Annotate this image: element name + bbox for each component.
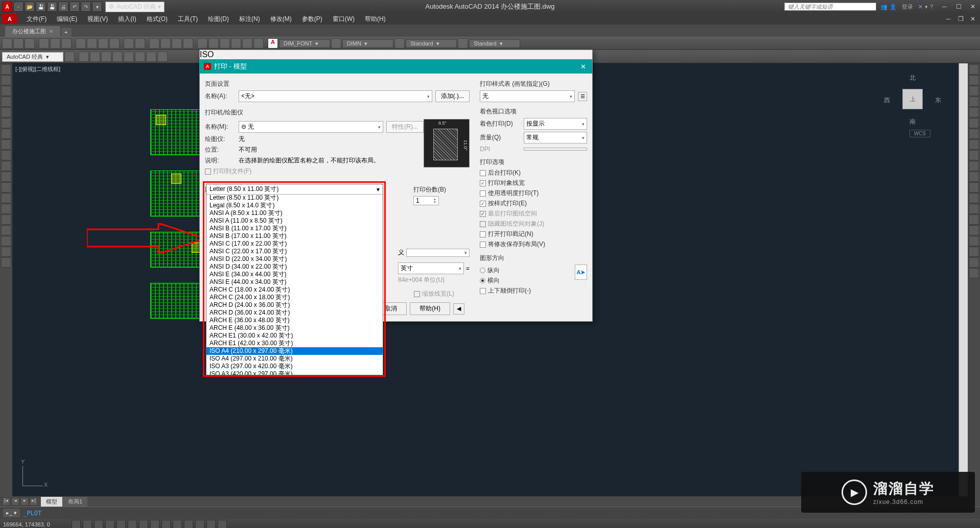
paper-size-option[interactable]: ISO A4 (297.00 x 210.00 毫米) bbox=[206, 355, 383, 363]
paper-size-option[interactable]: ISO A3 (420.00 x 297.00 毫米) bbox=[206, 370, 383, 375]
menu-item[interactable]: 参数(P) bbox=[297, 14, 328, 25]
layer-more-icon[interactable] bbox=[135, 52, 145, 62]
tb-save-icon[interactable] bbox=[25, 38, 35, 49]
paper-size-option[interactable]: ARCH E1 (30.00 x 42.00 英寸) bbox=[206, 332, 383, 340]
tb-paste-icon[interactable] bbox=[98, 38, 108, 49]
portrait-radio[interactable] bbox=[480, 268, 485, 273]
copies-spinner[interactable]: 1 ▲▼ bbox=[413, 196, 439, 205]
paper-size-option[interactable]: ANSI D (22.00 x 34.00 英寸) bbox=[206, 255, 383, 263]
app-icon[interactable]: A bbox=[2, 14, 17, 24]
tb-calc-icon[interactable] bbox=[253, 38, 264, 49]
snap-icon[interactable] bbox=[72, 520, 81, 528]
close-button[interactable]: ✕ bbox=[968, 3, 978, 11]
gradient-icon[interactable] bbox=[1, 225, 11, 235]
layer-props-icon[interactable] bbox=[79, 52, 89, 62]
layer-more3-icon[interactable] bbox=[157, 52, 168, 62]
lwt-icon[interactable] bbox=[173, 520, 182, 528]
viewport-label[interactable]: [-][俯视][二维线框] bbox=[15, 65, 60, 73]
undo-icon[interactable]: ↶ bbox=[69, 2, 80, 12]
arc-icon[interactable] bbox=[1, 97, 11, 107]
table-icon[interactable] bbox=[1, 193, 11, 203]
tab-last-icon[interactable]: ▸| bbox=[30, 497, 38, 506]
upside-down-checkbox[interactable] bbox=[480, 288, 486, 294]
paper-size-option[interactable]: ANSI B (17.00 x 11.00 英寸) bbox=[206, 232, 383, 240]
menu-item[interactable]: 绘图(D) bbox=[203, 14, 234, 25]
printer-combo[interactable]: ⊖ 无▾ bbox=[239, 121, 383, 133]
tb-redo-icon[interactable] bbox=[135, 38, 145, 49]
layer-lock-icon[interactable] bbox=[112, 52, 123, 62]
tb-tool-palette-icon[interactable] bbox=[220, 38, 230, 49]
mirror-icon[interactable] bbox=[969, 129, 979, 139]
redo-icon[interactable]: ↷ bbox=[81, 2, 91, 12]
menu-item[interactable]: 窗口(W) bbox=[328, 14, 360, 25]
landscape-radio[interactable] bbox=[480, 278, 485, 283]
paper-size-option[interactable]: ARCH D (36.00 x 24.00 英寸) bbox=[206, 309, 383, 317]
tb-open-icon[interactable] bbox=[13, 38, 24, 49]
hatch-icon[interactable] bbox=[1, 139, 11, 150]
cube-north[interactable]: 北 bbox=[909, 74, 916, 82]
circle-icon[interactable] bbox=[1, 86, 11, 96]
rect-icon[interactable] bbox=[1, 107, 11, 117]
tab-layout1[interactable]: 布局1 bbox=[63, 497, 87, 507]
spline-icon[interactable] bbox=[1, 150, 11, 160]
tab-model[interactable]: 模型 bbox=[41, 497, 62, 507]
zoom-tool-icon[interactable] bbox=[969, 86, 979, 96]
paper-size-option[interactable]: Letter (8.50 x 11.00 英寸) bbox=[206, 194, 383, 202]
boundary-icon[interactable] bbox=[1, 236, 11, 246]
orbit-icon[interactable] bbox=[969, 97, 979, 107]
menu-item[interactable]: 修改(M) bbox=[265, 14, 297, 25]
cube-east[interactable]: 东 bbox=[935, 96, 941, 105]
offset-icon[interactable] bbox=[969, 139, 979, 150]
tb-tablestyle-icon[interactable] bbox=[394, 38, 405, 49]
ellipse-icon[interactable] bbox=[1, 129, 11, 139]
dimstyle-combo[interactable]: DIMN▾ bbox=[342, 39, 393, 48]
menu-item[interactable]: 插入(I) bbox=[113, 14, 141, 25]
infocenter-icon[interactable]: 👥 bbox=[880, 4, 888, 10]
tb-match-icon[interactable] bbox=[109, 38, 120, 49]
dyn-icon[interactable] bbox=[161, 520, 171, 528]
mtext-icon[interactable] bbox=[1, 214, 11, 225]
erase-icon[interactable] bbox=[969, 107, 979, 117]
layer-freeze-icon[interactable] bbox=[101, 52, 111, 62]
region-icon[interactable] bbox=[1, 182, 11, 193]
cube-south[interactable]: 南 bbox=[909, 117, 916, 126]
plot-icon[interactable]: 🖨 bbox=[58, 2, 68, 12]
plot-styles-checkbox[interactable] bbox=[480, 201, 486, 207]
maximize-button[interactable]: ☐ bbox=[953, 3, 964, 11]
tb-dimstyle-icon[interactable] bbox=[331, 38, 341, 49]
help-button[interactable]: 帮助(H) bbox=[410, 302, 450, 315]
layer-on-icon[interactable] bbox=[90, 52, 100, 62]
tb-props-icon[interactable] bbox=[197, 38, 207, 49]
saveas-icon[interactable]: 💾 bbox=[47, 2, 57, 12]
units-combo[interactable]: 英寸▾ bbox=[398, 262, 464, 274]
sc-icon[interactable] bbox=[206, 520, 216, 528]
paper-size-combo-header[interactable]: Letter (8.50 x 11.00 英寸) ▾ bbox=[206, 184, 383, 195]
tb-zoomprev-icon[interactable] bbox=[183, 38, 193, 49]
open-icon[interactable]: 📂 bbox=[25, 2, 35, 12]
fillet-icon[interactable] bbox=[969, 257, 979, 268]
qp-icon[interactable] bbox=[195, 520, 204, 528]
chamfer-icon[interactable] bbox=[969, 247, 979, 257]
paper-size-option[interactable]: ANSI C (22.00 x 17.00 英寸) bbox=[206, 248, 383, 255]
help-icon[interactable]: ? bbox=[930, 4, 933, 10]
osnap-icon[interactable] bbox=[116, 520, 126, 528]
mdi-close[interactable]: ✕ bbox=[968, 15, 978, 23]
line-icon[interactable] bbox=[1, 64, 11, 75]
tb-markup-icon[interactable] bbox=[242, 38, 252, 49]
textstyle-combo[interactable]: DIM_FONT▾ bbox=[279, 39, 330, 48]
pan-tool-icon[interactable] bbox=[969, 75, 979, 85]
add-page-setup-button[interactable]: 添加(.)... bbox=[435, 90, 470, 102]
bg-print-checkbox[interactable] bbox=[480, 170, 486, 176]
tb-publish-icon[interactable] bbox=[61, 38, 72, 49]
save-layout-checkbox[interactable] bbox=[480, 242, 486, 248]
dropdown-icon[interactable]: ▾ bbox=[925, 4, 928, 10]
join-icon[interactable] bbox=[969, 236, 979, 246]
new-tab-button[interactable]: + bbox=[61, 28, 72, 37]
spin-down-icon[interactable]: ▼ bbox=[433, 201, 436, 204]
copy-tool-icon[interactable] bbox=[969, 118, 979, 128]
extend-icon[interactable] bbox=[969, 214, 979, 225]
ducs-icon[interactable] bbox=[150, 520, 159, 528]
polygon-icon[interactable] bbox=[1, 118, 11, 128]
paper-size-dropdown[interactable]: Letter (8.50 x 11.00 英寸) ▾ Letter (8.50 … bbox=[206, 184, 383, 375]
tb-pan-icon[interactable] bbox=[149, 38, 159, 49]
